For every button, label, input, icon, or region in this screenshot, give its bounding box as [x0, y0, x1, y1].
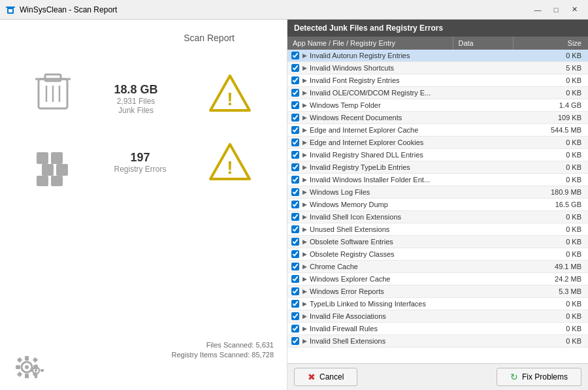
row-expand-button[interactable]: ▶ [301, 126, 308, 134]
row-expand-button[interactable]: ▶ [301, 52, 308, 59]
row-size-cell: 0 KB [513, 87, 588, 99]
svg-text:!: ! [227, 89, 233, 109]
table-row[interactable]: ▶ Obsolete Software Entries 0 KB [287, 236, 588, 248]
row-checkbox[interactable] [291, 337, 299, 345]
table-row[interactable]: ▶ Invalid Font Registry Entries 0 KB [287, 74, 588, 87]
row-checkbox[interactable] [291, 126, 299, 134]
table-row[interactable]: ▶ Windows Error Reports 5.3 MB [287, 285, 588, 298]
row-checkbox[interactable] [291, 312, 299, 320]
row-checkbox[interactable] [291, 300, 299, 308]
row-checkbox[interactable] [291, 225, 299, 233]
table-row[interactable]: ▶ Invalid Registry TypeLib Entries 0 KB [287, 161, 588, 174]
row-expand-button[interactable]: ▶ [301, 213, 308, 221]
row-name: Edge and Internet Explorer Cookies [310, 138, 423, 146]
row-expand-button[interactable]: ▶ [301, 238, 308, 246]
row-name: Invalid File Associations [310, 312, 386, 320]
table-row[interactable]: ▶ Windows Log Files 180.9 MB [287, 186, 588, 199]
table-row[interactable]: ▶ Invalid Autorun Registry Entries 0 KB [287, 50, 588, 62]
scan-report-label: Scan Report [184, 33, 235, 43]
col-header-name: App Name / File / Registry Entry [287, 37, 453, 50]
table-row[interactable]: ▶ Invalid Shell Icon Extensions 0 KB [287, 211, 588, 223]
table-row[interactable]: ▶ Invalid Registry Shared DLL Entries 0 … [287, 149, 588, 161]
row-expand-button[interactable]: ▶ [301, 312, 308, 320]
row-name: Chrome Cache [310, 263, 358, 270]
row-expand-button[interactable]: ▶ [301, 114, 308, 122]
svg-rect-34 [41, 369, 44, 372]
row-checkbox[interactable] [291, 64, 299, 72]
table-row[interactable]: ▶ Windows Recent Documents 109 KB [287, 112, 588, 124]
row-name: Edge and Internet Explorer Cache [310, 126, 418, 134]
row-name: Invalid Windows Installer Folder Ent... [310, 176, 430, 184]
svg-rect-13 [37, 176, 48, 186]
row-data-cell [453, 273, 513, 285]
row-expand-button[interactable]: ▶ [301, 250, 308, 258]
row-name: Invalid Registry TypeLib Entries [310, 163, 410, 171]
row-expand-button[interactable]: ▶ [301, 151, 308, 159]
close-button[interactable]: ✕ [566, 3, 583, 16]
table-row[interactable]: ▶ Chrome Cache 49.1 MB [287, 261, 588, 273]
table-row[interactable]: ▶ Invalid File Associations 0 KB [287, 310, 588, 323]
row-checkbox[interactable] [291, 151, 299, 159]
table-row[interactable]: ▶ Invalid Windows Installer Folder Ent..… [287, 174, 588, 186]
row-size-cell: 180.9 MB [513, 186, 588, 199]
row-expand-button[interactable]: ▶ [301, 300, 308, 308]
row-expand-button[interactable]: ▶ [301, 89, 308, 97]
row-checkbox[interactable] [291, 250, 299, 258]
row-expand-button[interactable]: ▶ [301, 275, 308, 283]
table-row[interactable]: ▶ Windows Memory Dump 16.5 GB [287, 199, 588, 211]
minimize-button[interactable]: — [529, 3, 546, 16]
table-row[interactable]: ▶ Invalid OLE/COM/DCOM Registry E... 0 K… [287, 87, 588, 99]
row-checkbox[interactable] [291, 114, 299, 122]
row-name-cell: ▶ Invalid Shell Extensions [287, 335, 453, 348]
row-expand-button[interactable]: ▶ [301, 176, 308, 184]
trash-icon [33, 69, 73, 112]
fix-problems-button[interactable]: ↻ Fix Problems [497, 368, 581, 386]
row-checkbox[interactable] [291, 52, 299, 59]
scan-results-table-container[interactable]: App Name / File / Registry Entry Data Si… [287, 37, 588, 363]
row-expand-button[interactable]: ▶ [301, 163, 308, 171]
row-expand-button[interactable]: ▶ [301, 76, 308, 84]
row-expand-button[interactable]: ▶ [301, 287, 308, 295]
row-checkbox[interactable] [291, 101, 299, 109]
row-name: TypeLib Linked to Missing Interfaces [310, 300, 426, 308]
row-checkbox[interactable] [291, 89, 299, 97]
table-row[interactable]: ▶ Edge and Internet Explorer Cache 544.5… [287, 124, 588, 137]
table-row[interactable]: ▶ Invalid Firewall Rules 0 KB [287, 323, 588, 335]
row-checkbox[interactable] [291, 188, 299, 196]
row-name: Windows Error Reports [310, 287, 384, 295]
maximize-button[interactable]: □ [547, 3, 564, 16]
row-checkbox[interactable] [291, 275, 299, 283]
table-row[interactable]: ▶ Invalid Windows Shortcuts 5 KB [287, 62, 588, 74]
row-name-cell: ▶ Windows Recent Documents [287, 112, 453, 124]
table-row[interactable]: ▶ Windows Explorer Cache 24.2 MB [287, 273, 588, 285]
row-checkbox[interactable] [291, 238, 299, 246]
row-expand-button[interactable]: ▶ [301, 325, 308, 333]
row-expand-button[interactable]: ▶ [301, 201, 308, 208]
row-checkbox[interactable] [291, 76, 299, 84]
row-checkbox[interactable] [291, 325, 299, 333]
table-row[interactable]: ▶ Obsolete Registry Classes 0 KB [287, 248, 588, 261]
row-checkbox[interactable] [291, 287, 299, 295]
row-checkbox[interactable] [291, 163, 299, 171]
row-expand-button[interactable]: ▶ [301, 225, 308, 233]
row-expand-button[interactable]: ▶ [301, 263, 308, 270]
row-expand-button[interactable]: ▶ [301, 188, 308, 196]
cancel-button[interactable]: ✖ Cancel [294, 368, 357, 386]
row-checkbox[interactable] [291, 263, 299, 270]
warning-triangle-registry: ! [207, 141, 253, 184]
row-checkbox[interactable] [291, 201, 299, 208]
row-expand-button[interactable]: ▶ [301, 138, 308, 146]
left-stats-column: 18.8 GB 2,931 Files Junk Files 197 Regis… [114, 83, 166, 174]
table-row[interactable]: ▶ Invalid Shell Extensions 0 KB [287, 335, 588, 348]
table-row[interactable]: ▶ Unused Shell Extensions 0 KB [287, 223, 588, 236]
row-expand-button[interactable]: ▶ [301, 101, 308, 109]
row-expand-button[interactable]: ▶ [301, 337, 308, 345]
row-checkbox[interactable] [291, 138, 299, 146]
row-checkbox[interactable] [291, 213, 299, 221]
table-row[interactable]: ▶ Edge and Internet Explorer Cookies 0 K… [287, 137, 588, 149]
row-checkbox[interactable] [291, 176, 299, 184]
row-expand-button[interactable]: ▶ [301, 64, 308, 72]
fix-icon: ↻ [510, 372, 518, 382]
table-row[interactable]: ▶ Windows Temp Folder 1.4 GB [287, 99, 588, 112]
table-row[interactable]: ▶ TypeLib Linked to Missing Interfaces 0… [287, 298, 588, 310]
